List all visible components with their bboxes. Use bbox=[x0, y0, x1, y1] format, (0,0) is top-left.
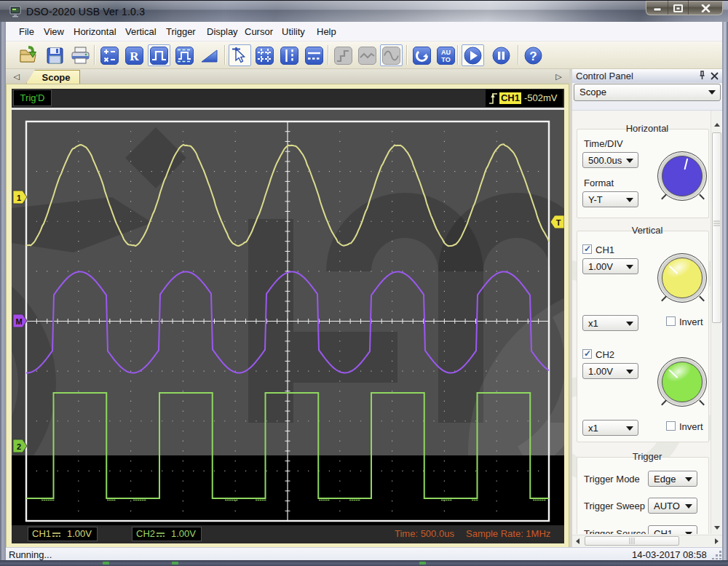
ch1-enable-checkbox[interactable] bbox=[582, 244, 592, 254]
ch2-scale-dropdown-value: 1.00V bbox=[588, 366, 613, 377]
linear-interpolation-button bbox=[356, 44, 379, 66]
svg-text:M: M bbox=[15, 317, 22, 326]
trigger-source-dropdown-value: CH1 bbox=[654, 528, 673, 534]
ch1-position-knob[interactable] bbox=[657, 253, 707, 303]
window-buttons bbox=[646, 1, 723, 15]
ch2-coupling-icon bbox=[157, 533, 166, 538]
horizontal-scroll-thumb[interactable] bbox=[585, 536, 679, 546]
close-button[interactable] bbox=[689, 1, 722, 15]
panel-selector-dropdown[interactable]: Scope bbox=[574, 84, 721, 101]
scroll-down-button[interactable] bbox=[712, 522, 721, 533]
grid-cursors-button[interactable] bbox=[253, 44, 276, 66]
trigger-mode-dropdown[interactable]: Edge bbox=[648, 471, 697, 487]
scroll-right-button[interactable] bbox=[711, 536, 721, 546]
control-panel: Control Panel Scope HorizontalTime/DIV50… bbox=[572, 69, 722, 547]
menu-trigger[interactable]: Trigger bbox=[166, 26, 196, 37]
trigger-sweep-dropdown[interactable]: AUTO bbox=[648, 498, 697, 514]
ch2-scale-dropdown[interactable]: 1.00V bbox=[582, 363, 638, 379]
trigger-status: Trig'D bbox=[13, 89, 52, 106]
dropdown-arrow-icon bbox=[685, 532, 692, 534]
panel-vertical-scrollbar[interactable] bbox=[711, 111, 721, 534]
svg-text:1: 1 bbox=[17, 194, 21, 202]
tab-scroll-left-icon[interactable]: ◁ bbox=[12, 71, 21, 81]
vertical-cursors-button[interactable] bbox=[278, 44, 301, 66]
format-dropdown-value: Y-T bbox=[588, 194, 603, 205]
time-div-dropdown[interactable]: 500.0us bbox=[582, 152, 638, 168]
run-button[interactable] bbox=[462, 44, 484, 66]
menu-utility[interactable]: Utility bbox=[282, 26, 305, 37]
ch2-position-knob[interactable] bbox=[657, 357, 707, 407]
group-vertical-title: Vertical bbox=[572, 225, 722, 236]
control-panel-header[interactable]: Control Panel bbox=[572, 69, 722, 83]
svg-text:?: ? bbox=[529, 49, 537, 63]
trigger-source-dropdown[interactable]: CH1 bbox=[648, 525, 697, 534]
group-trigger-title: Trigger bbox=[572, 451, 722, 462]
maximize-button[interactable] bbox=[668, 1, 689, 15]
trigger-channel-badge: CH1 bbox=[499, 92, 521, 104]
resize-grip[interactable] bbox=[712, 551, 722, 559]
scope-display-inner: Trig'D CH1 -502mV 1M2T CH1 1.00V bbox=[12, 89, 564, 543]
dropdown-arrow-icon bbox=[685, 477, 692, 482]
menu-cursor[interactable]: Cursor bbox=[245, 26, 273, 37]
reference-button[interactable]: R bbox=[123, 44, 146, 66]
pause-button[interactable] bbox=[490, 44, 513, 66]
toolbar: RAUTO? bbox=[6, 41, 722, 69]
pin-icon[interactable] bbox=[697, 71, 707, 81]
menu-view[interactable]: View bbox=[44, 26, 64, 37]
cursor-pointer-button[interactable] bbox=[229, 44, 251, 66]
print-button[interactable] bbox=[69, 44, 92, 66]
panel-close-icon[interactable] bbox=[710, 71, 719, 81]
toolbar-separator bbox=[328, 45, 329, 65]
menu-file[interactable]: File bbox=[19, 26, 34, 37]
trigger-mode-dropdown-value: Edge bbox=[654, 474, 676, 485]
menu-display[interactable]: Display bbox=[207, 26, 238, 37]
pulse-levels-button[interactable] bbox=[173, 44, 196, 66]
horizontal-position-knob[interactable] bbox=[657, 151, 707, 201]
horizontal-cursors-button[interactable] bbox=[303, 44, 325, 66]
window-title: DSO-2020 USB Ver 1.0.3 bbox=[26, 6, 145, 17]
open-button[interactable] bbox=[17, 44, 40, 66]
dropdown-arrow-icon bbox=[708, 90, 716, 95]
ch2-probe-dropdown[interactable]: x1 bbox=[582, 420, 638, 436]
refresh-button[interactable] bbox=[411, 44, 433, 66]
pulse-measure-button[interactable] bbox=[148, 44, 170, 66]
dropdown-arrow-icon bbox=[626, 322, 633, 326]
help-button[interactable]: ? bbox=[522, 44, 545, 66]
window-border-left bbox=[0, 22, 6, 560]
scope-bottom-readout: CH1 1.00V CH2 1.00V Time: 500.0us Sample… bbox=[12, 525, 564, 543]
ch1-invert-checkbox[interactable] bbox=[666, 316, 676, 326]
time-div-label: Time/DIV bbox=[584, 138, 623, 149]
auto-setup-button[interactable]: AUTO bbox=[435, 44, 457, 66]
ch2-label: CH2 bbox=[136, 527, 155, 541]
menu-help[interactable]: Help bbox=[317, 26, 336, 37]
dropdown-arrow-icon bbox=[626, 370, 633, 374]
app-icon bbox=[9, 6, 22, 17]
taskbar-glow bbox=[103, 562, 109, 565]
vertical-scroll-thumb[interactable] bbox=[712, 132, 721, 323]
step-interpolation-button bbox=[332, 44, 355, 66]
trigger-source-label: Trigger Source bbox=[584, 528, 646, 534]
ch2-readout: CH2 1.00V bbox=[132, 527, 202, 541]
plot-svg: 1M2T bbox=[12, 110, 564, 525]
menu-vertical[interactable]: Vertical bbox=[125, 26, 157, 37]
math-button[interactable] bbox=[98, 44, 121, 66]
scroll-up-button[interactable] bbox=[712, 120, 721, 130]
ch1-invert-label: Invert bbox=[679, 316, 703, 327]
panel-horizontal-scrollbar[interactable] bbox=[572, 535, 722, 546]
ch1-scale-dropdown[interactable]: 1.00V bbox=[582, 258, 638, 274]
waveform-plot[interactable]: 1M2T bbox=[12, 110, 564, 525]
ch2-scale-value: 1.00V bbox=[171, 527, 196, 541]
minimize-button[interactable] bbox=[646, 1, 668, 15]
menu-horizontal[interactable]: Horizontal bbox=[74, 26, 116, 37]
ch1-scale-dropdown-value: 1.00V bbox=[588, 261, 613, 272]
ch1-probe-dropdown[interactable]: x1 bbox=[582, 315, 638, 331]
ch2-enable-checkbox[interactable] bbox=[582, 349, 592, 359]
scroll-left-button[interactable] bbox=[573, 536, 582, 546]
ramp-button[interactable] bbox=[198, 44, 221, 66]
tab-scope[interactable]: Scope bbox=[26, 70, 80, 84]
ch2-invert-checkbox[interactable] bbox=[666, 421, 676, 431]
title-bar[interactable]: DSO-2020 USB Ver 1.0.3 bbox=[0, 0, 728, 22]
format-dropdown[interactable]: Y-T bbox=[582, 191, 638, 207]
tab-scroll-right-icon[interactable]: ▷ bbox=[554, 71, 563, 81]
save-button[interactable] bbox=[44, 44, 66, 66]
